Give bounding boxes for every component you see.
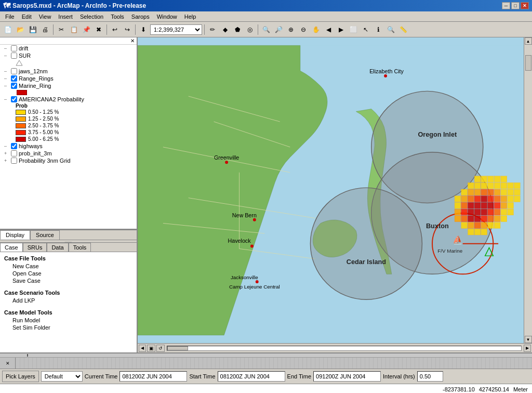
undo-button[interactable]: ↩: [109, 24, 121, 35]
toc-close-icon[interactable]: ✕: [129, 38, 136, 44]
americana2-checkbox[interactable]: [11, 96, 17, 102]
add-lkp-item[interactable]: Add LKP: [4, 297, 132, 304]
identify-tool[interactable]: ℹ: [373, 24, 384, 35]
vertical-scrollbar[interactable]: ▲ ▼: [524, 37, 532, 343]
vertex-tool[interactable]: ◆: [219, 24, 231, 35]
toc-layer-range-rings[interactable]: – Range_Rings: [0, 75, 137, 82]
prob-grid-checkbox[interactable]: [11, 158, 17, 164]
menu-window[interactable]: Window: [154, 13, 180, 20]
menu-selection[interactable]: Selection: [77, 13, 107, 20]
start-time-field[interactable]: 081200Z JUN 2004: [218, 371, 285, 382]
tools-tab[interactable]: Tools: [69, 243, 91, 252]
toc-layer-prob-grid[interactable]: + Probability 3nm Grid: [0, 157, 137, 164]
interval-field[interactable]: 0.50: [417, 371, 443, 382]
maximize-button[interactable]: □: [511, 2, 520, 9]
toc-layer-jaws[interactable]: – jaws_12nm: [0, 68, 137, 75]
close-button[interactable]: ✕: [521, 2, 529, 9]
prob-init-expand-icon[interactable]: +: [4, 151, 9, 156]
sketch-tool[interactable]: ⬟: [232, 24, 243, 35]
back-extent[interactable]: ◀: [323, 24, 334, 35]
print-button[interactable]: 🖨: [39, 24, 51, 35]
scroll-down-button[interactable]: ▼: [525, 336, 532, 343]
highways-checkbox[interactable]: [11, 143, 17, 149]
forward-extent[interactable]: ▶: [335, 24, 347, 35]
toc-layer-americana2[interactable]: – AMERICANA2 Probability: [0, 96, 137, 103]
scroll-thumb-v[interactable]: [525, 55, 531, 71]
navigate-button[interactable]: ⬇: [138, 24, 149, 35]
menu-view[interactable]: View: [36, 13, 55, 20]
highways-expand-icon[interactable]: –: [4, 143, 9, 149]
delete-button[interactable]: ✖: [93, 24, 104, 35]
pick-layers-button[interactable]: Pick Layers: [2, 371, 39, 382]
minimize-button[interactable]: ─: [502, 2, 510, 9]
nav-button-1[interactable]: ▣: [147, 345, 155, 352]
zoom-out-btn[interactable]: 🔎: [273, 24, 284, 35]
cut-button[interactable]: ✂: [56, 24, 67, 35]
target-tool[interactable]: ◎: [244, 24, 256, 35]
toc-layer-marine-ring[interactable]: – Marine_Ring: [0, 82, 137, 89]
sep2: [107, 24, 107, 35]
zoom-in-btn[interactable]: 🔍: [260, 24, 272, 35]
find-tool[interactable]: 🔍: [385, 24, 396, 35]
marine-ring-expand-icon[interactable]: –: [4, 83, 9, 88]
new-case-item[interactable]: New Case: [4, 263, 132, 270]
measure-tool[interactable]: 📏: [397, 24, 409, 35]
pan-tool[interactable]: ✋: [310, 24, 322, 35]
toc-layer-highways[interactable]: – highways: [0, 142, 137, 150]
end-time-field[interactable]: 091200Z JUN 2004: [313, 371, 381, 382]
paste-button[interactable]: 📌: [81, 24, 92, 35]
sur-expand-icon[interactable]: –: [4, 53, 9, 58]
sur-checkbox[interactable]: [11, 53, 17, 59]
timeline-close[interactable]: ✕: [0, 358, 16, 369]
drift-checkbox[interactable]: [11, 45, 17, 51]
case-tab[interactable]: Case: [0, 243, 23, 252]
menu-help[interactable]: Help: [181, 13, 200, 20]
save-button[interactable]: 💾: [27, 24, 38, 35]
toc-layer-prob-init[interactable]: + prob_init_3m: [0, 150, 137, 157]
current-time-field[interactable]: 081200Z JUN 2004: [119, 371, 187, 382]
srus-tab[interactable]: SRUs: [23, 243, 47, 252]
layer-dropdown[interactable]: Default: [41, 371, 83, 382]
menu-edit[interactable]: Edit: [19, 13, 35, 20]
horizontal-scroll-track[interactable]: [167, 346, 522, 351]
layer-extent[interactable]: ⬜: [348, 24, 359, 35]
new-button[interactable]: 📄: [2, 24, 14, 35]
toc-layer-drift[interactable]: – drift: [0, 45, 137, 52]
data-tab[interactable]: Data: [47, 243, 68, 252]
open-case-item[interactable]: Open Case: [4, 270, 132, 277]
prob-grid-expand-icon[interactable]: +: [4, 158, 9, 163]
menu-sarops[interactable]: Sarops: [128, 13, 153, 20]
toc-layer-sur[interactable]: – SUR: [0, 52, 137, 59]
fixed-zoom-in[interactable]: ⊕: [285, 24, 297, 35]
range-rings-checkbox[interactable]: [11, 75, 17, 82]
scroll-thumb-h[interactable]: [167, 346, 188, 350]
save-case-item[interactable]: Save Case: [4, 277, 132, 284]
display-tab[interactable]: Display: [0, 230, 30, 240]
jaws-checkbox[interactable]: [11, 68, 17, 74]
scale-select[interactable]: 1:2,399,327: [150, 24, 202, 35]
prob-init-checkbox[interactable]: [11, 150, 17, 156]
jaws-expand-icon[interactable]: –: [4, 69, 9, 74]
source-tab[interactable]: Source: [30, 230, 60, 240]
set-sim-folder-item[interactable]: Set Sim Folder: [4, 324, 132, 331]
fixed-zoom-out[interactable]: ⊖: [298, 24, 309, 35]
menu-tools[interactable]: Tools: [108, 13, 127, 20]
edit-tool[interactable]: ✏: [207, 24, 218, 35]
scroll-left-button[interactable]: ◀: [139, 345, 146, 352]
copy-button[interactable]: 📋: [68, 24, 79, 35]
run-model-item[interactable]: Run Model: [4, 317, 132, 324]
redo-button[interactable]: ↪: [122, 24, 133, 35]
expand-icon[interactable]: –: [4, 46, 9, 51]
nav-button-2[interactable]: ↺: [156, 345, 165, 352]
range-rings-expand-icon[interactable]: –: [4, 76, 9, 81]
menu-file[interactable]: File: [2, 13, 18, 20]
marine-ring-checkbox[interactable]: [11, 83, 17, 89]
scroll-up-button[interactable]: ▲: [525, 37, 532, 45]
menu-insert[interactable]: Insert: [55, 13, 76, 20]
americana2-expand-icon[interactable]: –: [4, 97, 9, 102]
select-tool[interactable]: ↖: [360, 24, 371, 35]
scroll-right-button[interactable]: ▶: [524, 345, 531, 352]
open-button[interactable]: 📂: [15, 24, 26, 35]
timeline-bar[interactable]: ✕: [0, 358, 532, 369]
map-area[interactable]: ⛵ Elizabeth City Oregon Inlet Greenville…: [138, 37, 524, 343]
